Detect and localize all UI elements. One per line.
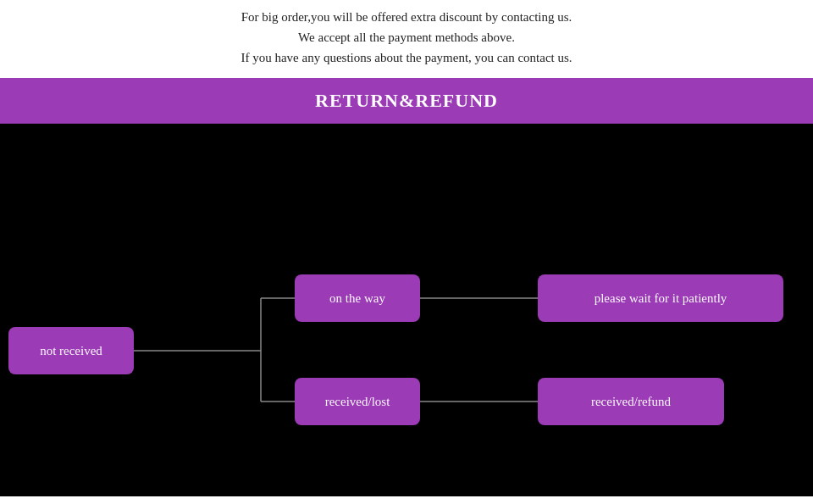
diagram-area-top: not received on the way please wait for … xyxy=(0,124,813,496)
received-lost-pill: received/lost xyxy=(295,378,420,425)
top-line-3: If you have any questions about the paym… xyxy=(34,47,779,68)
top-text-block: For big order,you will be offered extra … xyxy=(0,0,813,78)
top-line-2: We accept all the payment methods above. xyxy=(34,27,779,47)
please-wait-pill: please wait for it patiently xyxy=(538,274,783,322)
on-the-way-pill: on the way xyxy=(295,274,420,322)
connector-lines-bottom xyxy=(0,496,813,504)
received-refund-pill: received/refund xyxy=(538,378,724,425)
top-line-1: For big order,you will be offered extra … xyxy=(34,7,779,27)
not-received-pill: not received xyxy=(8,327,134,374)
return-refund-header: RETURN&REFUND xyxy=(0,78,813,124)
diagram-area-bottom: received not quality problems not fit wr… xyxy=(0,496,813,504)
